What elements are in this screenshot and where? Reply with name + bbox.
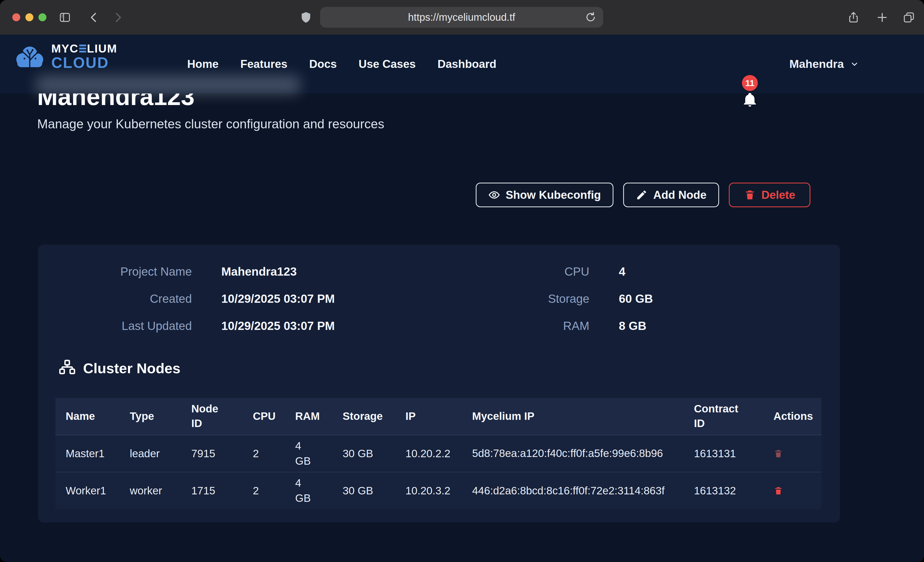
ram-label: RAM (438, 319, 590, 333)
cell-ip: 10.20.3.2 (395, 472, 462, 509)
cell-cpu: 2 (243, 435, 285, 472)
eye-icon (488, 189, 500, 201)
created-value: 10/29/2025 03:07 PM (221, 292, 334, 306)
brand-top-pre: MYC (51, 43, 78, 54)
nav-item-use-cases[interactable]: Use Cases (358, 58, 416, 70)
brand-top-post: LIUM (87, 43, 117, 54)
cell-mycelium-ip: 446:d2a6:8bcd:8c16:ff0f:72e2:3114:863f (462, 472, 684, 509)
cell-storage: 30 GB (332, 435, 395, 472)
cell-type: worker (120, 472, 181, 509)
pencil-icon (636, 189, 648, 201)
delete-label: Delete (761, 188, 795, 201)
nav-item-dashboard[interactable]: Dashboard (438, 58, 496, 70)
project-name-value: Mahendra123 (221, 265, 297, 278)
col-header-contract-id: Contract ID (684, 398, 763, 435)
col-header-ram: RAM (285, 398, 332, 435)
cluster-details-card: Project Name Mahendra123 Created 10/29/2… (38, 245, 840, 523)
last-updated-value: 10/29/2025 03:07 PM (221, 319, 334, 333)
cluster-nodes-title: Cluster Nodes (83, 360, 180, 377)
cell-cpu: 2 (243, 472, 285, 509)
show-kubeconfig-button[interactable]: Show Kubeconfig (476, 182, 614, 207)
cluster-nodes-heading: Cluster Nodes (58, 359, 180, 377)
nav-item-home[interactable]: Home (187, 58, 219, 70)
created-label: Created (38, 292, 192, 306)
col-header-actions: Actions (763, 398, 821, 435)
notifications-button[interactable]: 11 (737, 75, 768, 111)
storage-label: Storage (438, 292, 590, 306)
cell-node-id: 1715 (181, 472, 243, 509)
cell-type: leader (120, 435, 181, 472)
col-header-name: Name (56, 398, 120, 435)
cell-actions (763, 435, 821, 472)
table-header-row: Name Type Node ID CPU RAM Storage IP Myc… (56, 398, 821, 435)
page-subtitle: Manage your Kubernetes cluster configura… (37, 117, 384, 132)
col-header-cpu: CPU (243, 398, 285, 435)
cluster-nodes-icon (58, 359, 76, 377)
nav-item-features[interactable]: Features (240, 58, 287, 70)
cell-actions (763, 472, 821, 509)
user-menu[interactable]: Mahendra (789, 34, 859, 94)
chevron-down-icon (850, 60, 859, 69)
delete-node-trash-icon[interactable] (774, 486, 783, 496)
delete-cluster-button[interactable]: Delete (729, 182, 810, 207)
cluster-nodes-table: Name Type Node ID CPU RAM Storage IP Myc… (56, 398, 821, 509)
col-header-mycelium-ip: Mycelium IP (462, 398, 684, 435)
project-name-label: Project Name (38, 265, 192, 278)
storage-value: 60 GB (619, 292, 653, 306)
browser-window: https://myceliumcloud.tf (0, 0, 924, 562)
cell-contract-id: 1613132 (684, 472, 763, 509)
cluster-actions-toolbar: Show Kubeconfig Add Node Delete (476, 182, 810, 207)
logo-e-bars-icon (79, 45, 86, 52)
delete-node-trash-icon[interactable] (774, 448, 783, 459)
table-row-worker1: Worker1 worker 1715 2 4 GB 30 GB 10.20.3… (56, 472, 821, 509)
cpu-value: 4 (619, 265, 626, 278)
brand-logo[interactable]: MYC LIUM CLOUD (14, 43, 117, 70)
brand-bottom: CLOUD (51, 55, 117, 70)
add-node-button[interactable]: Add Node (623, 182, 719, 207)
cell-storage: 30 GB (332, 472, 395, 509)
col-header-type: Type (120, 398, 181, 435)
table-row-master1: Master1 leader 7915 2 4 GB 30 GB 10.20.2… (56, 435, 821, 472)
cluster-info-right: CPU 4 Storage 60 GB RAM 8 GB (438, 265, 653, 346)
cpu-label: CPU (438, 265, 590, 278)
cell-ip: 10.20.2.2 (395, 435, 462, 472)
cell-ram: 4 GB (285, 435, 332, 472)
cell-mycelium-ip: 5d8:78ea:a120:f40c:ff0f:a5fe:99e6:8b96 (462, 435, 684, 472)
brand-wordmark: MYC LIUM CLOUD (51, 43, 117, 70)
notifications-badge: 11 (742, 75, 758, 91)
cell-name: Master1 (56, 435, 120, 472)
cell-contract-id: 1613131 (684, 435, 763, 472)
cell-name: Worker1 (56, 472, 120, 509)
col-header-storage: Storage (332, 398, 395, 435)
col-header-ip: IP (395, 398, 462, 435)
last-updated-label: Last Updated (38, 319, 192, 333)
title-blur-artifact (36, 76, 300, 94)
cell-node-id: 7915 (181, 435, 243, 472)
user-name: Mahendra (789, 57, 844, 71)
show-kubeconfig-label: Show Kubeconfig (506, 188, 601, 201)
nav-item-docs[interactable]: Docs (309, 58, 337, 70)
mycelium-cloud-logo-icon (14, 43, 45, 70)
trash-icon (744, 189, 756, 201)
notifications-bell-icon (742, 91, 758, 107)
cluster-info-left: Project Name Mahendra123 Created 10/29/2… (38, 265, 334, 346)
cell-ram: 4 GB (285, 472, 332, 509)
ram-value: 8 GB (619, 319, 646, 333)
add-node-label: Add Node (653, 188, 706, 201)
col-header-node-id: Node ID (181, 398, 243, 435)
